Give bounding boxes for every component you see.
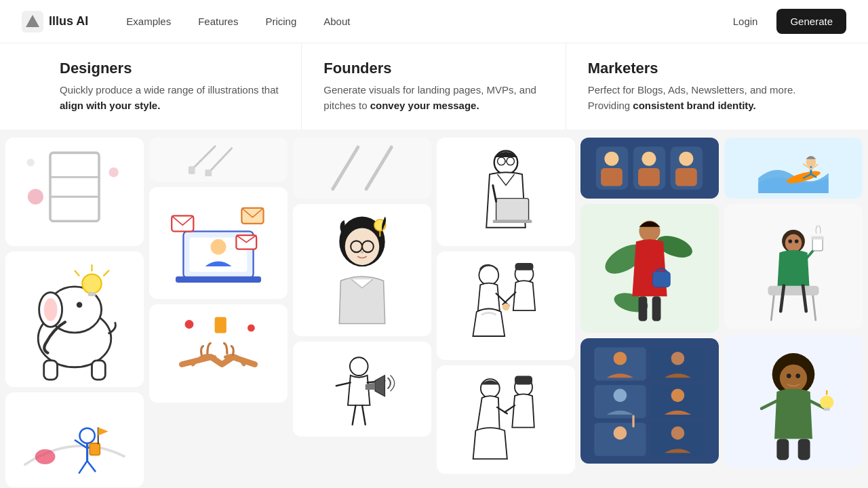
gallery-item-two-people[interactable] xyxy=(437,365,575,474)
svg-point-129 xyxy=(795,373,800,378)
svg-line-115 xyxy=(812,292,816,321)
svg-rect-132 xyxy=(776,439,789,460)
svg-line-26 xyxy=(87,461,96,472)
svg-rect-36 xyxy=(176,277,261,283)
nav-features[interactable]: Features xyxy=(187,10,249,33)
svg-rect-124 xyxy=(812,238,823,251)
svg-rect-65 xyxy=(493,220,532,223)
nav-links: Examples Features Pricing About xyxy=(115,10,722,33)
marketers-desc: Perfect for Blogs, Ads, Newsletters, and… xyxy=(588,83,808,113)
svg-point-72 xyxy=(502,303,510,310)
gallery-item-misc[interactable] xyxy=(724,335,863,467)
svg-point-67 xyxy=(479,266,498,285)
svg-line-46 xyxy=(366,147,391,189)
svg-marker-30 xyxy=(98,427,108,435)
gallery-col-6 xyxy=(724,138,863,487)
svg-rect-13 xyxy=(44,361,58,380)
gallery-item-email[interactable] xyxy=(149,187,288,299)
founders-desc: Generate visuals for landing pages, MVPs… xyxy=(323,83,543,113)
founders-title: Founders xyxy=(323,60,543,77)
svg-point-82 xyxy=(642,152,656,166)
svg-line-18 xyxy=(103,270,108,276)
svg-point-15 xyxy=(44,298,58,321)
designers-title: Designers xyxy=(60,60,279,77)
gallery-item-ladder[interactable] xyxy=(5,138,144,246)
svg-point-55 xyxy=(350,357,368,375)
svg-rect-33 xyxy=(189,166,195,174)
svg-point-8 xyxy=(26,159,35,167)
gallery-col-4 xyxy=(437,138,575,487)
gallery-item-elephant[interactable] xyxy=(5,251,144,387)
gallery-col-1 xyxy=(5,138,144,487)
gallery-col-2 xyxy=(149,138,288,487)
gallery-col-5 xyxy=(580,138,719,487)
gallery-item-woman-laptop[interactable] xyxy=(437,138,575,246)
gallery-item-fashion-woman[interactable] xyxy=(580,204,719,333)
logo[interactable]: Illus AI xyxy=(22,11,88,33)
svg-line-56 xyxy=(336,382,351,386)
gallery-item-meeting[interactable] xyxy=(437,251,575,360)
founders-card: Founders Generate visuals for landing pa… xyxy=(302,43,566,129)
svg-line-45 xyxy=(333,147,358,189)
svg-rect-17 xyxy=(88,292,96,296)
svg-rect-133 xyxy=(798,439,810,460)
gallery-item-tools-faded[interactable] xyxy=(293,138,431,199)
svg-line-58 xyxy=(353,405,356,425)
gallery-item-surfer[interactable] xyxy=(724,138,863,199)
svg-point-99 xyxy=(614,389,627,403)
svg-point-119 xyxy=(788,239,792,243)
svg-rect-64 xyxy=(496,199,529,222)
svg-rect-91 xyxy=(653,272,671,287)
nav-examples[interactable]: Examples xyxy=(115,10,182,33)
svg-point-62 xyxy=(507,157,515,165)
svg-point-134 xyxy=(820,396,833,409)
logo-icon xyxy=(22,11,43,33)
svg-point-42 xyxy=(185,320,194,329)
svg-point-120 xyxy=(795,239,799,243)
svg-point-79 xyxy=(604,152,618,166)
svg-rect-93 xyxy=(652,296,661,321)
svg-point-118 xyxy=(785,235,802,252)
svg-point-12 xyxy=(77,302,82,308)
gallery-col-3 xyxy=(293,138,431,487)
svg-point-6 xyxy=(28,189,43,205)
svg-rect-116 xyxy=(768,286,818,296)
gallery-item-sitting-person[interactable] xyxy=(724,204,863,329)
svg-rect-76 xyxy=(515,375,532,384)
gallery-item-megaphone[interactable] xyxy=(293,342,431,436)
svg-rect-27 xyxy=(90,443,100,455)
svg-point-127 xyxy=(780,365,807,392)
gallery-item-profiles[interactable] xyxy=(580,138,719,199)
login-button[interactable]: Login xyxy=(722,10,769,33)
svg-rect-125 xyxy=(811,236,824,239)
svg-line-130 xyxy=(762,401,776,409)
gallery-item-climber[interactable] xyxy=(5,392,144,487)
nav-about[interactable]: About xyxy=(313,10,361,33)
designers-card: Designers Quickly produce a wide range o… xyxy=(38,43,302,129)
gallery-item-video-call[interactable] xyxy=(580,338,719,464)
nav-pricing[interactable]: Pricing xyxy=(254,10,307,33)
logo-text: Illus AI xyxy=(49,14,88,28)
svg-point-101 xyxy=(671,389,685,403)
audience-cards: Designers Quickly produce a wide range o… xyxy=(0,43,868,129)
main-content: Designers Quickly produce a wide range o… xyxy=(0,43,868,488)
svg-point-95 xyxy=(614,352,627,365)
svg-point-43 xyxy=(248,325,255,332)
svg-point-61 xyxy=(498,157,506,165)
svg-line-32 xyxy=(208,148,231,173)
generate-button[interactable]: Generate xyxy=(776,9,846,34)
gallery-item-anime-girl[interactable] xyxy=(293,204,431,336)
svg-rect-86 xyxy=(675,168,697,186)
marketers-card: Marketers Perfect for Blogs, Ads, Newsle… xyxy=(566,43,830,129)
gallery-item-tools-top[interactable] xyxy=(149,138,288,182)
marketers-title: Marketers xyxy=(588,60,808,77)
svg-rect-14 xyxy=(92,361,105,380)
svg-rect-136 xyxy=(824,408,830,411)
svg-point-16 xyxy=(82,274,101,293)
svg-point-7 xyxy=(108,167,118,177)
svg-rect-3 xyxy=(50,152,99,221)
gallery-item-handshake[interactable] xyxy=(149,304,288,403)
svg-point-21 xyxy=(79,428,94,443)
svg-rect-92 xyxy=(639,296,648,321)
svg-point-28 xyxy=(35,449,56,464)
